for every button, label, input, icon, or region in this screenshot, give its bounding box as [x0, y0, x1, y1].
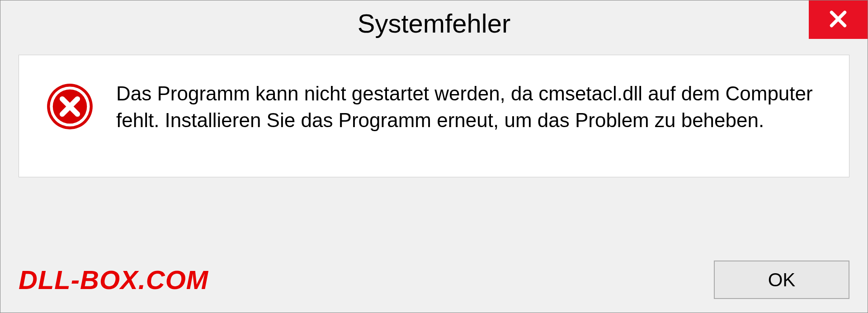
ok-button-label: OK	[768, 269, 796, 291]
ok-button[interactable]: OK	[714, 261, 849, 299]
dialog-title: Systemfehler	[358, 8, 510, 38]
error-message: Das Programm kann nicht gestartet werden…	[116, 80, 822, 134]
close-button[interactable]	[809, 0, 868, 39]
watermark-text: DLL-BOX.COM	[19, 265, 208, 295]
error-dialog: Systemfehler Das Programm kann nicht ges…	[0, 0, 868, 313]
error-icon	[46, 83, 94, 130]
dialog-content: Das Programm kann nicht gestartet werden…	[19, 55, 849, 177]
close-icon	[827, 8, 849, 32]
titlebar: Systemfehler	[0, 0, 868, 46]
dialog-footer: DLL-BOX.COM OK	[19, 261, 849, 299]
